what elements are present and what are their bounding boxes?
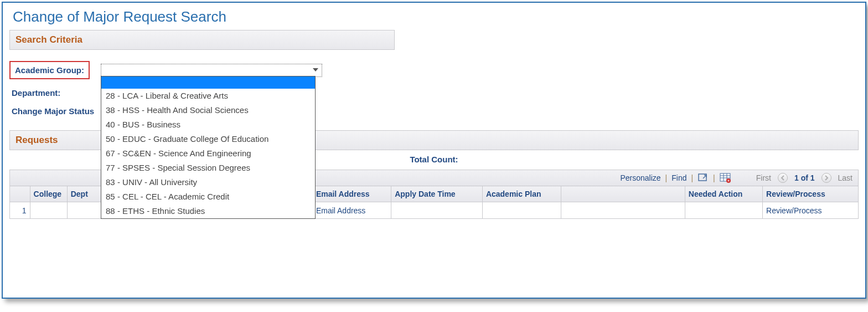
dropdown-option[interactable]: 38 - HSS - Health And Social Sciences — [101, 103, 315, 117]
col-applydate[interactable]: Apply Date Time — [391, 186, 483, 202]
cell-rownum: 1 — [10, 202, 30, 219]
dropdown-option[interactable]: 77 - SPSES - Special Session Degrees — [101, 161, 315, 175]
dropdown-option[interactable] — [101, 76, 315, 89]
search-criteria-header: Search Criteria — [9, 30, 395, 50]
separator: | — [713, 173, 715, 182]
col-academicplan[interactable]: Academic Plan — [482, 186, 561, 202]
col-blank — [561, 186, 685, 202]
col-neededaction[interactable]: Needed Action — [685, 186, 762, 202]
dropdown-option[interactable]: 40 - BUS - Business — [101, 117, 315, 132]
last-link[interactable]: Last — [838, 173, 852, 182]
search-criteria-section: Search Criteria Academic Group: 28 - LCA… — [3, 30, 401, 130]
col-email[interactable]: Email Address — [312, 186, 391, 202]
academic-group-select[interactable] — [101, 64, 322, 77]
cell-review: Review/Process — [763, 202, 859, 219]
dropdown-option[interactable]: 83 - UNIV - All University — [101, 175, 315, 190]
dropdown-option[interactable]: 67 - SC&EN - Science And Engineering — [101, 146, 315, 161]
cell-email: Email Address — [312, 202, 391, 219]
col-review[interactable]: Review/Process — [763, 186, 859, 202]
criteria-body: Academic Group: 28 - LCA - Liberal & Cre… — [9, 50, 395, 130]
find-link[interactable]: Find — [671, 173, 686, 182]
next-arrow-icon[interactable] — [822, 173, 831, 183]
cell-blank — [561, 202, 685, 219]
academic-group-label: Academic Group: — [9, 61, 90, 79]
academic-group-select-wrap: 28 - LCA - Liberal & Creative Arts 38 - … — [101, 64, 322, 77]
personalize-link[interactable]: Personalize — [620, 173, 660, 182]
grid-icon[interactable] — [720, 173, 731, 183]
separator: | — [691, 173, 693, 182]
academic-group-row: Academic Group: 28 - LCA - Liberal & Cre… — [9, 57, 395, 84]
department-label: Department: — [9, 88, 109, 98]
zoom-icon[interactable] — [698, 173, 709, 183]
dropdown-option[interactable]: 28 - LCA - Liberal & Creative Arts — [101, 89, 315, 103]
cell-college — [30, 202, 67, 219]
col-college[interactable]: College — [30, 186, 67, 202]
first-link[interactable]: First — [756, 173, 771, 182]
page-title: Change of Major Request Search — [3, 3, 865, 30]
cell-applydate — [391, 202, 483, 219]
academic-group-dropdown: 28 - LCA - Liberal & Creative Arts 38 - … — [101, 76, 316, 219]
dropdown-option[interactable]: 88 - ETHS - Ethnic Studies — [101, 204, 315, 218]
prev-arrow-icon[interactable] — [778, 173, 788, 183]
app-window: Change of Major Request Search Search Cr… — [2, 2, 866, 299]
dropdown-option[interactable]: 85 - CEL - CEL - Academic Credit — [101, 190, 315, 204]
separator: | — [665, 173, 668, 182]
dropdown-option[interactable]: 50 - EDUC - Graduate College Of Educatio… — [101, 132, 315, 146]
col-rownum — [10, 186, 30, 202]
cell-academicplan — [482, 202, 561, 219]
cell-neededaction — [685, 202, 762, 219]
page-indicator: 1 of 1 — [794, 173, 815, 182]
review-process-link[interactable]: Review/Process — [766, 206, 822, 215]
email-link[interactable]: Email Address — [316, 206, 365, 215]
